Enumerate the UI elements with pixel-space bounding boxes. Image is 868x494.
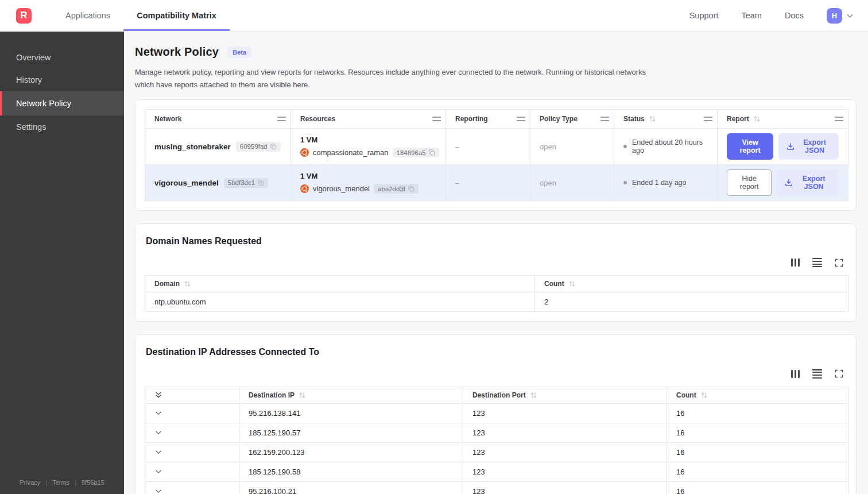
avatar[interactable]: H bbox=[827, 8, 842, 24]
column-resize-handle-icon[interactable] bbox=[600, 117, 609, 121]
count-value: 16 bbox=[667, 423, 848, 442]
link-support[interactable]: Support bbox=[689, 11, 719, 20]
tab-applications[interactable]: Applications bbox=[52, 0, 123, 31]
sidebar-items: Overview History Network Policy Settings bbox=[0, 47, 124, 138]
page-description: Manage network policy, reporting and vie… bbox=[135, 66, 649, 91]
destination-port: 123 bbox=[463, 403, 667, 423]
resource-id: 184696a5 bbox=[397, 149, 426, 156]
col-label: Domain bbox=[154, 280, 180, 288]
row-expander-icon[interactable] bbox=[154, 409, 230, 417]
destination-row: 185.125.190.57 123 16 bbox=[145, 423, 848, 442]
column-resize-handle-icon[interactable] bbox=[704, 117, 712, 121]
resource-name: compassionate_raman bbox=[313, 148, 389, 157]
col-header-report[interactable]: Report bbox=[718, 110, 848, 129]
col-header-policy-type[interactable]: Policy Type bbox=[530, 110, 614, 129]
column-resize-handle-icon[interactable] bbox=[517, 117, 525, 121]
col-header-destination-port[interactable]: Destination Port bbox=[463, 387, 667, 403]
rows-icon[interactable] bbox=[812, 369, 822, 378]
terms-link[interactable]: Terms bbox=[52, 479, 69, 486]
network-id: 60959fad bbox=[240, 143, 268, 150]
col-header-status[interactable]: Status bbox=[614, 110, 718, 129]
sort-icon[interactable] bbox=[649, 115, 656, 122]
destination-port: 123 bbox=[463, 442, 667, 462]
row-expander-icon[interactable] bbox=[154, 448, 230, 456]
export-json-button[interactable]: Export JSON bbox=[777, 169, 839, 196]
col-header-resources[interactable]: Resources bbox=[291, 110, 446, 129]
beta-badge: Beta bbox=[227, 47, 251, 58]
link-docs[interactable]: Docs bbox=[785, 11, 804, 20]
column-resize-handle-icon[interactable] bbox=[432, 117, 441, 121]
tab-compatibility-matrix[interactable]: Compatibility Matrix bbox=[123, 0, 230, 31]
export-json-button[interactable]: Export JSON bbox=[778, 133, 839, 160]
build-id: 5f56b15 bbox=[82, 479, 104, 486]
count-value: 16 bbox=[667, 403, 848, 423]
destination-ip: 185.125.190.57 bbox=[239, 423, 463, 442]
domains-table: Domain Count ntp.ubuntu.com 2 bbox=[145, 275, 848, 312]
col-label: Report bbox=[727, 115, 749, 123]
sort-icon[interactable] bbox=[753, 115, 761, 122]
download-icon bbox=[786, 142, 795, 150]
reporting-value: – bbox=[446, 165, 530, 201]
network-row-selected: vigorous_mendel 5bdf3dc1 1 VM vigorous_m… bbox=[145, 165, 848, 201]
copy-icon[interactable] bbox=[258, 180, 264, 186]
sort-icon[interactable] bbox=[184, 280, 191, 287]
col-header-domain[interactable]: Domain bbox=[145, 276, 535, 292]
rows-icon[interactable] bbox=[812, 258, 822, 267]
col-label: Resources bbox=[300, 115, 335, 123]
user-menu[interactable]: H bbox=[827, 8, 854, 24]
destination-row: 185.125.190.58 123 16 bbox=[145, 462, 848, 481]
sort-icon[interactable] bbox=[530, 392, 537, 399]
network-row: musing_stonebraker 60959fad 1 VM compass… bbox=[145, 129, 848, 165]
col-header-network[interactable]: Network bbox=[145, 110, 291, 129]
row-expander-icon[interactable] bbox=[154, 468, 230, 476]
count-value: 16 bbox=[667, 462, 848, 481]
sidebar-item-overview[interactable]: Overview bbox=[0, 47, 124, 68]
footer-divider: | bbox=[75, 479, 76, 486]
hide-report-button[interactable]: Hide report bbox=[727, 169, 772, 196]
page-header: Network Policy Beta bbox=[135, 45, 857, 59]
columns-icon[interactable] bbox=[791, 370, 800, 378]
sidebar-item-history[interactable]: History bbox=[0, 69, 124, 91]
sort-icon[interactable] bbox=[299, 392, 306, 399]
sidebar-item-settings[interactable]: Settings bbox=[0, 116, 124, 138]
view-report-button[interactable]: View report bbox=[727, 133, 773, 160]
expand-icon[interactable] bbox=[835, 258, 843, 267]
domains-header-row: Domain Count bbox=[145, 276, 848, 292]
sort-icon[interactable] bbox=[700, 392, 708, 399]
destination-ip: 162.159.200.123 bbox=[239, 442, 463, 462]
row-expander-icon[interactable] bbox=[154, 487, 230, 494]
networks-table: Network Resources Reporting Policy Type … bbox=[145, 109, 848, 201]
row-expander-icon[interactable] bbox=[154, 429, 230, 437]
copy-icon[interactable] bbox=[408, 186, 414, 192]
col-header-destination-ip[interactable]: Destination IP bbox=[239, 387, 463, 403]
resource-count: 1 VM bbox=[300, 136, 436, 144]
domains-card-title: Domain Names Requested bbox=[145, 233, 847, 246]
expand-all-header[interactable] bbox=[145, 387, 239, 403]
top-navbar: R Applications Compatibility Matrix Supp… bbox=[0, 0, 868, 32]
sidebar-item-network-policy[interactable]: Network Policy bbox=[0, 91, 124, 115]
expand-all-icon[interactable] bbox=[154, 391, 234, 399]
copy-icon[interactable] bbox=[270, 144, 277, 150]
col-header-count[interactable]: Count bbox=[535, 276, 848, 292]
sort-icon[interactable] bbox=[568, 280, 576, 287]
count-value: 16 bbox=[667, 481, 848, 494]
primary-tabs: Applications Compatibility Matrix bbox=[52, 0, 230, 31]
chevron-down-icon[interactable] bbox=[846, 11, 854, 20]
col-label: Status bbox=[623, 115, 645, 123]
privacy-link[interactable]: Privacy bbox=[20, 479, 40, 486]
expand-icon[interactable] bbox=[835, 369, 843, 378]
columns-icon[interactable] bbox=[791, 258, 800, 267]
copy-icon[interactable] bbox=[429, 149, 435, 156]
link-team[interactable]: Team bbox=[741, 11, 761, 20]
col-label: Reporting bbox=[455, 115, 488, 123]
column-resize-handle-icon[interactable] bbox=[277, 117, 286, 121]
col-header-reporting[interactable]: Reporting bbox=[446, 110, 530, 129]
col-label: Destination Port bbox=[472, 391, 526, 399]
col-label: Policy Type bbox=[540, 115, 578, 123]
col-header-count[interactable]: Count bbox=[667, 387, 848, 403]
destinations-header-row: Destination IP Destination Port Count bbox=[145, 387, 848, 403]
r-logo[interactable]: R bbox=[16, 8, 32, 24]
status-text: Ended about 20 hours ago bbox=[632, 138, 708, 155]
column-resize-handle-icon[interactable] bbox=[835, 117, 843, 121]
topbar-right: Support Team Docs H bbox=[689, 0, 868, 31]
